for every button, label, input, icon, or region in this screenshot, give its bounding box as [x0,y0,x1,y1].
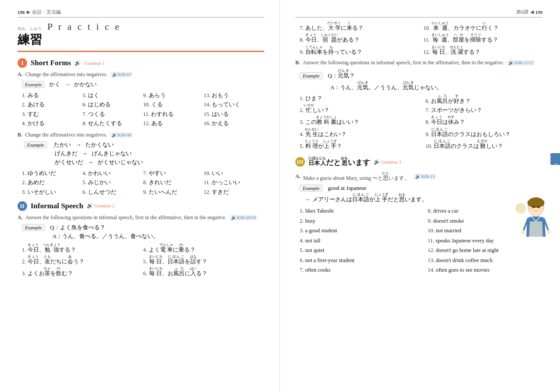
subB-col2: 4. かわいい 5. みじかい 6. しんせつだ [83,169,144,197]
list-item: 3. すむ [22,110,83,119]
svg-point-7 [530,207,533,211]
practice-title: れん しゅう 練習 P r a c t i c e [18,21,264,52]
grammar1-arrow: 🔊 [74,60,81,66]
left-page: 198 ▶ 会話・文法編 れん しゅう 練習 P r a c t i c e I… [0,0,280,392]
section3-circle: III [295,157,305,167]
subB-col1: 1. ゆうめいだ 2. あめだ 3. いそがしい [22,169,83,197]
list-item: 8. 今日きょうは休やすみ？ [426,115,543,127]
subB-examples: Example たかい → たかくない げんきだ → げんきじゃない がくせいだ… [24,141,264,166]
subA-col3: 9. あらう 10. くる 11. わすれる 12. ある [143,91,204,128]
list-item: 5. はく [83,91,144,100]
subA-instruction: A. Change the affirmatives into negative… [18,71,264,78]
practice-latin: P r a c t i c e [47,21,121,32]
section2B-col1: 1. ひま？ 2. 忙いそがしい？ 3. この教科書きょうかしょはいい？ 4. … [300,94,417,151]
audio-k08-11-12: 🔊K08-11/12 [507,60,535,66]
svg-point-8 [539,207,542,211]
section3-example: Example good at Japanese → メアリーさんは日本語にほん… [300,185,542,203]
section2-circle: II [18,201,27,211]
list-item: 6. はじめる [83,100,144,109]
list-item: 6. 毎日まいにち、お風呂ふろに入はいる？ [143,266,264,278]
example-label: Example [22,224,45,231]
example-q2: Example Q：元気げんき？ [300,69,542,80]
list-item: 1. ひま？ [300,94,417,103]
list-item: 2. busy [300,216,415,226]
list-item: 14. もっていく [204,100,265,109]
section1-circle: I [18,58,27,68]
audio-k08-07: 🔊K08-07 [110,72,133,77]
list-item: 13. おもう [204,91,265,100]
list-item: 1. likes Takeshi [300,206,415,216]
list-item: 3. a good student [300,226,415,236]
cont-col1: 7. あした、大学だいがくに来くる？ 8. 今日きょう、宿題しゅくだいがある？ … [300,21,419,57]
list-item: 7. やすい [143,169,204,178]
left-section-label: 会話・文法編 [32,9,61,15]
kanji-title: 練習 [18,32,42,48]
list-item: 5. みじかい [83,178,144,187]
example-label: Example [300,72,322,79]
subB-instruction-right: B. Answer the following questions in inf… [295,60,542,66]
list-item: 10. 来週らいしゅう、カラオケに行いく？ [424,21,543,33]
list-item: 12. ある [143,119,204,128]
character-illustration [514,197,551,245]
section3-title: 日本人にほんじんだと思おもいます [308,156,370,168]
list-item: 2. あめだ [22,178,83,187]
list-item: 6. お風呂ふろが好すき？ [426,94,543,106]
cont-col2: 10. 来週らいしゅう、カラオケに行いく？ 11. 毎週まいしゅう、部屋へやを掃… [424,21,543,57]
section2-grammar: 🔊 Grammar 2 [87,203,114,209]
section2B-example: Example Q：元気げんき？ A：うん、元気げんき。／ううん、元気げんきじゃ… [300,69,542,91]
sidebar-tab[interactable]: 会 L8 [550,153,560,165]
list-item: 1. ゆうめいだ [22,169,83,178]
list-item: 4. 先生せんせいはこわい？ [300,127,417,139]
list-item: 13. doesn't drink coffee much [428,256,543,266]
list-item: 5. 料理りょうりが上手じょうず？ [300,139,417,151]
list-item: 11. かっこいい [204,178,265,187]
b-example-row2: げんきだ → げんきじゃない [24,150,264,158]
section3-example-jp: → メアリーさんは日本語にほんごが上手じょうずだと思おもいます。 [300,192,542,203]
audio-k08-08: 🔊K08-08 [110,132,133,138]
section2-subA-items: 1. 今日きょう、勉強べんきょうする？ 2. 今日きょう、友ともだちに会あう？ … [22,243,264,279]
example-label: Example [300,185,322,192]
list-item: 7. つくる [83,110,144,119]
list-item: 10. 日本語にほんごのクラスは難むずかしい？ [426,139,543,151]
list-item: 10. くる [143,100,204,109]
list-item: 16. かえる [204,119,265,128]
right-page-num: 199 [536,10,543,15]
audio-k08-09-10: 🔊K08-09/10 [229,215,258,220]
list-item: 3. この教科書きょうかしょはいい？ [300,115,417,127]
subB-instruction: B. Change the affirmatives into negative… [18,132,264,138]
section2B-col2: 6. お風呂ふろが好すき？ 7. スポーツがきらい？ 8. 今日きょうは休やすみ… [426,94,543,151]
list-item: 15. はいる [204,110,265,119]
list-item: 4. not tall [300,236,415,246]
list-item: 4. かける [22,119,83,128]
list-item: 3. よくお茶ちゃを飲のむ？ [22,266,143,278]
subA-col4: 13. おもう 14. もっていく 15. はいる 16. かえる [204,91,265,128]
example-a2: A：うん、元気げんき。／ううん、元気げんきじゃない。 [300,80,542,91]
list-item: 7. often cooks [300,265,415,275]
list-item: 10. いい [204,169,265,178]
list-item: 11. わすれる [143,110,204,119]
section1-subB: B. Change the affirmatives into negative… [18,132,264,197]
subA-items-grid: 1. みる 2. あける 3. すむ 4. かける 5. はく 6. はじめる … [22,91,264,128]
list-item: 4. かわいい [83,169,144,178]
section2-header: II Informal Speech 🔊 Grammar 2 [18,201,264,211]
page-header-left: 198 ▶ 会話・文法編 [18,9,264,18]
section2-subB: B. Answer the following questions in inf… [295,60,542,151]
svg-point-9 [515,203,526,214]
list-item: 12. すきだ [204,188,265,197]
list-item: 3. いそがしい [22,188,83,197]
list-item: 11. 毎週まいしゅう、部屋へやを掃除そうじする？ [424,33,543,45]
example-q: Example Q：よく魚を食べる？ [22,224,264,231]
list-item: 9. たいへんだ [143,188,204,197]
b-example-row3: がくせいだ → がくせいじゃない [24,158,264,166]
list-item: 8. せんたくする [83,119,144,128]
example-label: Example [22,81,45,88]
section3-header: III 日本人にほんじんだと思おもいます 🔊 Grammar 3 [295,156,542,168]
section3-grammar: 🔊 Grammar 3 [374,159,401,165]
subA-col1: 1. みる 2. あける 3. すむ 4. かける [22,91,83,128]
b-example-row1: Example たかい → たかくない [24,141,264,149]
list-item: 14. often goes to see movies [428,265,543,275]
section3-instruction: A. Make a guess about Mary, using 〜と思おもい… [295,171,542,182]
list-item: 6. not a first-year student [300,256,415,266]
list-item: 1. 今日きょう、勉強べんきょうする？ [22,243,143,255]
section2-col1: 1. 今日きょう、勉強べんきょうする？ 2. 今日きょう、友ともだちに会あう？ … [22,243,143,279]
